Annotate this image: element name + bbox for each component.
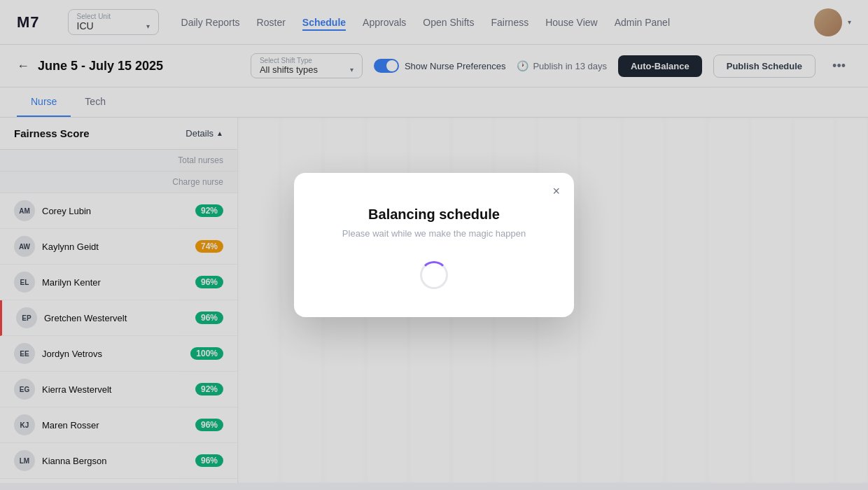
balancing-modal: × Balancing schedule Please wait while w… <box>294 173 574 317</box>
modal-overlay: × Balancing schedule Please wait while w… <box>0 0 868 490</box>
modal-close-button[interactable]: × <box>552 184 560 199</box>
modal-title: Balancing schedule <box>368 206 500 223</box>
modal-subtitle: Please wait while we make the magic happ… <box>342 228 526 239</box>
loading-spinner <box>420 261 448 289</box>
